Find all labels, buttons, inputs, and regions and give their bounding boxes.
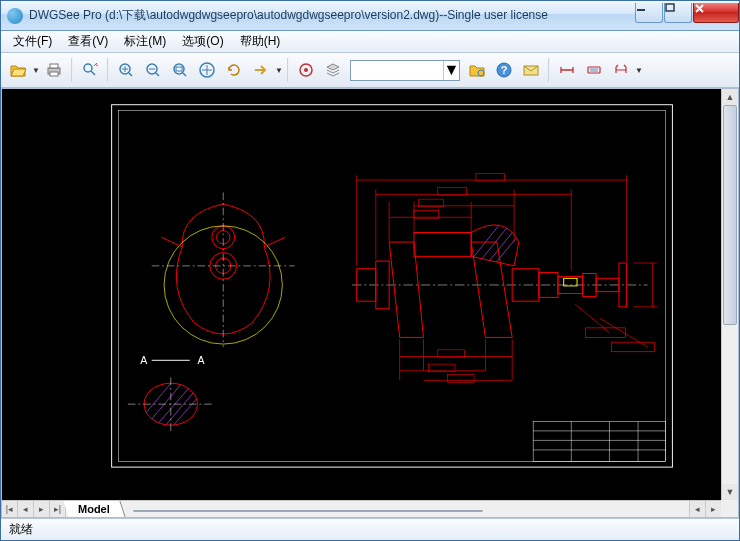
- svg-line-40: [159, 383, 201, 433]
- menubar: 文件(F) 查看(V) 标注(M) 选项(O) 帮助(H): [1, 31, 739, 53]
- svg-text:?: ?: [501, 64, 508, 76]
- separator: [287, 58, 289, 82]
- open-button[interactable]: [5, 57, 31, 83]
- close-button[interactable]: [693, 3, 739, 23]
- svg-line-39: [152, 381, 195, 431]
- target-icon: [297, 61, 315, 79]
- svg-rect-18: [118, 110, 665, 461]
- svg-rect-82: [611, 342, 654, 352]
- maximize-button[interactable]: [664, 3, 692, 23]
- mail-icon: [522, 61, 540, 79]
- zoom-window-icon: [171, 61, 189, 79]
- dimension-aligned-icon: [585, 61, 603, 79]
- scroll-left-icon[interactable]: ◂: [689, 501, 705, 517]
- layers-icon: [324, 61, 342, 79]
- tab-model-label: Model: [78, 503, 110, 515]
- menu-file[interactable]: 文件(F): [5, 31, 60, 52]
- svg-line-81: [600, 318, 648, 347]
- mail-button[interactable]: [518, 57, 544, 83]
- svg-rect-0: [637, 9, 645, 11]
- zoom-out-icon: [144, 61, 162, 79]
- scroll-thumb-h[interactable]: [133, 510, 483, 512]
- scroll-corner: [721, 500, 738, 517]
- chevron-down-icon: ▼: [443, 61, 459, 80]
- find-button[interactable]: [77, 57, 103, 83]
- scroll-thumb-v[interactable]: [723, 105, 737, 325]
- open-dropdown[interactable]: ▼: [32, 60, 40, 80]
- tab-model[interactable]: Model: [63, 501, 125, 517]
- svg-rect-47: [414, 233, 471, 257]
- zoom-extents-button[interactable]: [194, 57, 220, 83]
- svg-rect-9: [176, 67, 182, 71]
- print-icon: [45, 61, 63, 79]
- browse-folder-icon: [468, 61, 486, 79]
- dimension-linear-icon: [558, 61, 576, 79]
- scroll-down-icon[interactable]: ▼: [722, 484, 738, 500]
- svg-point-12: [304, 68, 308, 72]
- menu-help[interactable]: 帮助(H): [232, 31, 289, 52]
- svg-rect-3: [50, 64, 58, 68]
- rotate-button[interactable]: [221, 57, 247, 83]
- menu-options[interactable]: 选项(O): [174, 31, 231, 52]
- tab-nav: |◂ ◂ ▸ ▸|: [2, 501, 66, 517]
- svg-rect-4: [50, 72, 58, 76]
- layer-combo[interactable]: ▼: [350, 60, 460, 81]
- svg-point-5: [84, 64, 92, 72]
- svg-rect-91: [447, 375, 474, 383]
- tab-next-icon[interactable]: ▸: [34, 501, 50, 517]
- separator: [71, 58, 73, 82]
- app-window: DWGSee Pro (d:\下载\autodwgdwgseepro\autod…: [0, 0, 740, 541]
- menu-view[interactable]: 查看(V): [60, 31, 116, 52]
- svg-rect-1: [666, 4, 674, 11]
- minimize-button[interactable]: [635, 3, 663, 23]
- toolbar: ▼ ▼ ▼ ? ▼: [1, 53, 739, 88]
- dim-linear-button[interactable]: [554, 57, 580, 83]
- zoom-in-button[interactable]: [113, 57, 139, 83]
- separator: [107, 58, 109, 82]
- cad-drawing: A A: [12, 99, 711, 490]
- status-text: 就绪: [9, 521, 33, 538]
- zoom-extents-icon: [198, 61, 216, 79]
- zoom-in-icon: [117, 61, 135, 79]
- arrow-right-icon: [252, 61, 270, 79]
- window-title: DWGSee Pro (d:\下载\autodwgdwgseepro\autod…: [29, 7, 634, 24]
- svg-line-37: [137, 377, 175, 423]
- target-button[interactable]: [293, 57, 319, 83]
- help-icon: ?: [495, 61, 513, 79]
- svg-line-83: [575, 304, 609, 333]
- statusbar: 就绪: [1, 518, 739, 540]
- svg-line-38: [144, 379, 185, 428]
- menu-markup[interactable]: 标注(M): [116, 31, 174, 52]
- print-button[interactable]: [41, 57, 67, 83]
- rotate-icon: [225, 61, 243, 79]
- app-icon: [7, 8, 23, 24]
- tab-first-icon[interactable]: |◂: [2, 501, 18, 517]
- dim-dropdown[interactable]: ▼: [635, 60, 643, 80]
- tab-prev-icon[interactable]: ◂: [18, 501, 34, 517]
- separator: [548, 58, 550, 82]
- titlebar[interactable]: DWGSee Pro (d:\下载\autodwgdwgseepro\autod…: [1, 1, 739, 31]
- open-folder-icon: [9, 61, 27, 79]
- window-controls: [634, 3, 739, 23]
- find-icon: [81, 61, 99, 79]
- zoom-window-button[interactable]: [167, 57, 193, 83]
- layers-button[interactable]: [320, 57, 346, 83]
- scrollbar-vertical[interactable]: ▲ ▼: [721, 89, 738, 500]
- dim-baseline-button[interactable]: [608, 57, 634, 83]
- arrow-dropdown[interactable]: ▼: [275, 60, 283, 80]
- browse-button[interactable]: [464, 57, 490, 83]
- scroll-right-icon[interactable]: ▸: [705, 501, 721, 517]
- scroll-up-icon[interactable]: ▲: [722, 89, 738, 105]
- arrow-button[interactable]: [248, 57, 274, 83]
- section-label: A: [140, 355, 147, 366]
- zoom-out-button[interactable]: [140, 57, 166, 83]
- help-button[interactable]: ?: [491, 57, 517, 83]
- dimension-baseline-icon: [612, 61, 630, 79]
- drawing-canvas[interactable]: A A: [1, 88, 739, 518]
- dim-aligned-button[interactable]: [581, 57, 607, 83]
- svg-text:A: A: [197, 355, 204, 366]
- svg-rect-19: [533, 421, 666, 461]
- scrollbar-horizontal[interactable]: |◂ ◂ ▸ ▸| Model ◂ ▸: [2, 500, 721, 517]
